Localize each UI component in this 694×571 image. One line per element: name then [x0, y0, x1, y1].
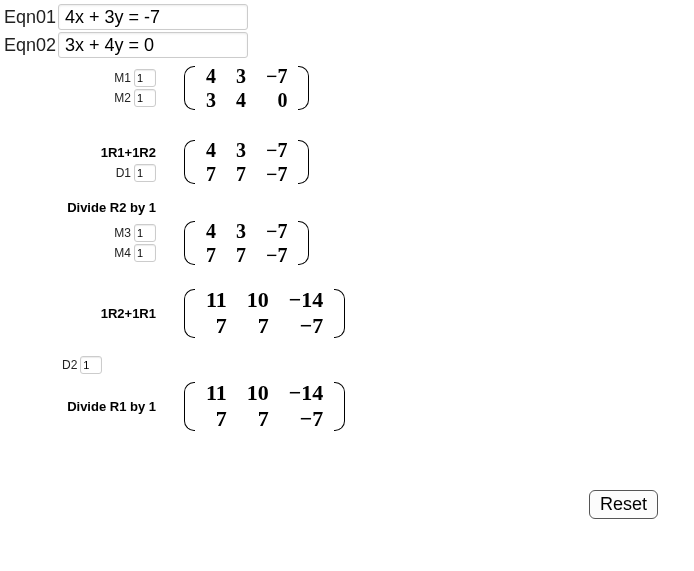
- m4-r2c2: 7: [237, 313, 279, 339]
- m1-r1c2: 3: [226, 64, 256, 88]
- m1-r2c3: 0: [256, 88, 297, 112]
- m4-input[interactable]: [134, 244, 156, 262]
- m3-r1c1: 4: [196, 219, 226, 243]
- d2-label: D2: [62, 358, 77, 372]
- op-divide-r2: Divide R2 by 1: [4, 200, 164, 215]
- op-1r1-1r2: 1R1+1R2: [4, 145, 156, 160]
- reset-button[interactable]: Reset: [589, 490, 658, 519]
- m1-label: M1: [114, 71, 131, 85]
- m5-r2c3: −7: [279, 406, 334, 432]
- m2-r1c2: 3: [226, 138, 256, 162]
- matrix-5: 1110−14 77−7: [182, 380, 347, 433]
- m1-r1c1: 4: [196, 64, 226, 88]
- m4-label: M4: [114, 246, 131, 260]
- m2-r2c1: 7: [196, 162, 226, 186]
- matrix-1: 43−7 340: [182, 64, 311, 112]
- op-1r2-1r1: 1R2+1R1: [4, 306, 156, 321]
- matrix-2: 43−7 77−7: [182, 138, 311, 186]
- eqn01-input[interactable]: [58, 4, 248, 30]
- m4-r1c3: −14: [279, 287, 334, 313]
- eqn02-input[interactable]: [58, 32, 248, 58]
- m4-r1c2: 10: [237, 287, 279, 313]
- m3-r2c2: 7: [226, 243, 256, 267]
- d1-input[interactable]: [134, 164, 156, 182]
- m2-label: M2: [114, 91, 131, 105]
- m5-r2c2: 7: [237, 406, 279, 432]
- m3-r2c3: −7: [256, 243, 297, 267]
- matrix-4: 1110−14 77−7: [182, 287, 347, 340]
- m4-r1c1: 11: [196, 287, 237, 313]
- m2-r2c3: −7: [256, 162, 297, 186]
- m3-input[interactable]: [134, 224, 156, 242]
- d2-input[interactable]: [80, 356, 102, 374]
- m3-r2c1: 7: [196, 243, 226, 267]
- m1-r1c3: −7: [256, 64, 297, 88]
- m3-r1c2: 3: [226, 219, 256, 243]
- m2-input[interactable]: [134, 89, 156, 107]
- m2-r2c2: 7: [226, 162, 256, 186]
- matrix-3: 43−7 77−7: [182, 219, 311, 267]
- m5-r1c2: 10: [237, 380, 279, 406]
- m2-r1c3: −7: [256, 138, 297, 162]
- m5-r1c1: 11: [196, 380, 237, 406]
- eqn02-label: Eqn02: [4, 35, 56, 56]
- m3-r1c3: −7: [256, 219, 297, 243]
- m5-r2c1: 7: [196, 406, 237, 432]
- m4-r2c3: −7: [279, 313, 334, 339]
- m1-r2c1: 3: [196, 88, 226, 112]
- m5-r1c3: −14: [279, 380, 334, 406]
- m4-r2c1: 7: [196, 313, 237, 339]
- m3-label: M3: [114, 226, 131, 240]
- d1-label: D1: [116, 166, 131, 180]
- m1-input[interactable]: [134, 69, 156, 87]
- m2-r1c1: 4: [196, 138, 226, 162]
- op-divide-r1: Divide R1 by 1: [4, 399, 156, 414]
- m1-r2c2: 4: [226, 88, 256, 112]
- eqn01-label: Eqn01: [4, 7, 56, 28]
